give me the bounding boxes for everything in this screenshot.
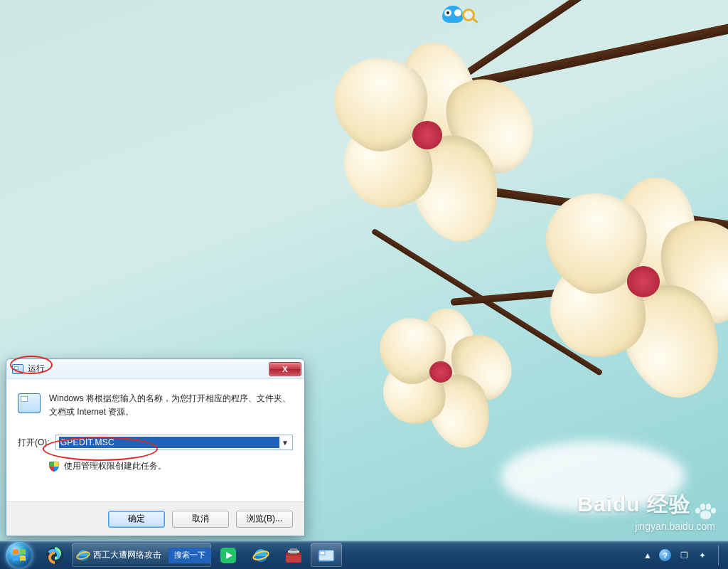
dropdown-caret-icon[interactable]: ▼	[279, 437, 291, 448]
start-button[interactable]	[0, 541, 38, 569]
swirl-app-icon	[45, 546, 65, 565]
taskbar-run-window[interactable]	[311, 543, 342, 567]
desktop-shortcut-owl-search[interactable]	[442, 6, 475, 33]
watermark: Baidu 经验 jingyan.baidu.com	[577, 490, 715, 532]
tray-help-icon[interactable]: ?	[659, 549, 671, 561]
taskbar-ie-title: 西工大遭网络攻击	[90, 549, 164, 561]
magnifier-icon	[462, 9, 475, 21]
run-large-icon	[18, 393, 41, 413]
open-input-value[interactable]: GPEDIT.MSC	[59, 437, 279, 448]
windows-orb-icon	[6, 542, 33, 569]
paw-icon	[695, 504, 715, 519]
run-description: Windows 将根据您输入的名称，为您打开相应的程序、文件夹、文档或 Inte…	[49, 392, 293, 419]
taskbar-pinned-toolbox[interactable]	[278, 543, 309, 567]
svg-rect-11	[320, 551, 325, 555]
run-button-row: 确定 取消 浏览(B)...	[6, 501, 304, 536]
ok-button[interactable]: 确定	[108, 511, 165, 528]
taskbar-pinned-ie[interactable]	[245, 543, 277, 567]
taskbar-pinned-video-app[interactable]	[213, 543, 244, 567]
browse-button[interactable]: 浏览(B)...	[236, 511, 293, 528]
run-title: 运行	[28, 363, 45, 375]
show-desktop-button[interactable]	[718, 546, 725, 565]
open-label: 打开(O):	[18, 437, 50, 449]
run-titlebar[interactable]: 运行 X	[6, 359, 304, 379]
run-dialog: 运行 X Windows 将根据您输入的名称，为您打开相应的程序、文件夹、文档或…	[6, 358, 305, 536]
desktop[interactable]: 运行 X Windows 将根据您输入的名称，为您打开相应的程序、文件夹、文档或…	[0, 0, 728, 569]
ie-icon	[76, 548, 90, 563]
tray-expand-icon[interactable]: ▲	[643, 551, 652, 560]
taskbar: 西工大遭网络攻击 搜索一下	[0, 541, 728, 569]
svg-rect-9	[288, 551, 299, 553]
toolbox-icon	[284, 547, 303, 564]
owl-icon	[442, 6, 464, 23]
run-task-icon	[317, 548, 336, 563]
taskbar-ie-search-button[interactable]: 搜索一下	[168, 548, 211, 563]
close-button[interactable]: X	[269, 362, 301, 376]
play-app-icon	[219, 546, 237, 565]
close-icon: X	[282, 365, 287, 373]
tray-app-icon-2[interactable]: ✦	[697, 550, 708, 561]
cancel-button[interactable]: 取消	[172, 511, 229, 528]
system-tray: ▲ ? ❐ ✦	[636, 541, 728, 569]
taskbar-pinned-app-1[interactable]	[39, 543, 70, 567]
uac-shield-icon	[49, 462, 59, 472]
watermark-brand: Baidu 经验	[577, 490, 691, 519]
taskbar-ie-window[interactable]: 西工大遭网络攻击 搜索一下	[72, 543, 211, 567]
tray-app-icon-1[interactable]: ❐	[678, 550, 690, 561]
run-icon	[12, 364, 23, 374]
ie-icon	[252, 547, 269, 564]
watermark-url: jingyan.baidu.com	[577, 521, 715, 532]
admin-checkbox-label: 使用管理权限创建此任务。	[64, 460, 166, 472]
open-combobox[interactable]: GPEDIT.MSC ▼	[55, 435, 293, 450]
